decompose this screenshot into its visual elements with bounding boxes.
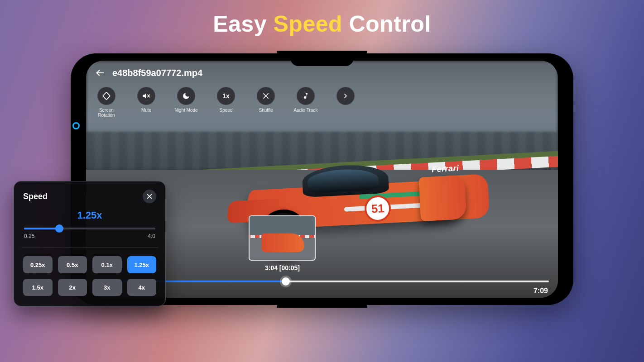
moon-icon [182, 92, 190, 100]
quick-shuffle: Shuffle [253, 87, 279, 118]
night-mode-label: Night Mode [174, 108, 197, 113]
mute-button[interactable] [137, 87, 155, 105]
speed-min: 0.25 [24, 233, 34, 239]
speed-label: Speed [220, 108, 233, 113]
video-filename: e48b8f59a07772.mp4 [112, 68, 202, 78]
back-button[interactable] [94, 67, 106, 79]
seek-preview-thumb [249, 215, 316, 261]
screen-rotation-label: Screen Rotation [93, 108, 120, 118]
progress-total-time: 7:09 [533, 287, 548, 295]
speed-preset-2[interactable]: 0.1x [92, 256, 122, 273]
player-topbar: e48b8f59a07772.mp4 [94, 67, 202, 79]
speed-preset-3[interactable]: 1.25x [127, 256, 157, 273]
speed-preset-grid: 0.25x 0.5x 0.1x 1.25x 1.5x 2x 3x 4x [23, 256, 156, 296]
speed-range-labels: 0.25 4.0 [24, 233, 155, 239]
headline-word-3: Control [349, 11, 431, 37]
quick-mute: Mute [133, 87, 159, 118]
camera-hole-icon [72, 122, 80, 129]
speed-slider-thumb[interactable] [55, 224, 63, 233]
quick-action-row: Screen Rotation Mute Night Mode 1x Speed [93, 87, 359, 118]
speed-slider[interactable] [24, 228, 155, 229]
mute-label: Mute [141, 108, 151, 113]
svg-rect-1 [103, 92, 110, 100]
mini-car [261, 233, 304, 252]
speed-current-value: 1.25x [23, 210, 156, 221]
promo-headline: Easy Speed Control [0, 11, 644, 37]
speed-slider-fill [24, 228, 59, 229]
screen-rotation-button[interactable] [97, 87, 115, 105]
speed-panel: Speed 1.25x 0.25 4.0 0.25x 0.5x 0.1x 1.2… [14, 181, 166, 306]
quick-more [332, 87, 359, 118]
seek-preview-time: 3:04 [00:05] [265, 264, 300, 272]
speed-preset-0[interactable]: 0.25x [23, 256, 53, 273]
arrow-left-icon [95, 68, 105, 78]
divider [21, 248, 158, 248]
rotate-icon [102, 91, 111, 100]
shuffle-label: Shuffle [259, 108, 273, 113]
speed-preset-6[interactable]: 3x [92, 279, 122, 296]
speed-panel-title: Speed [23, 192, 48, 201]
progress-thumb[interactable] [282, 277, 290, 286]
audio-track-button[interactable] [297, 87, 315, 105]
speed-preset-7[interactable]: 4x [127, 279, 157, 296]
chevron-right-icon [342, 92, 349, 100]
quick-speed: 1x Speed [213, 87, 239, 118]
shuffle-button[interactable] [257, 87, 275, 105]
headline-word-2: Speed [273, 11, 342, 37]
music-note-icon [302, 92, 309, 100]
speed-button[interactable]: 1x [217, 87, 235, 105]
phone-notch [290, 56, 354, 66]
close-icon [146, 193, 153, 200]
quick-screen-rotation: Screen Rotation [93, 87, 120, 118]
speed-max: 4.0 [148, 233, 155, 239]
mute-icon [142, 91, 151, 100]
speed-preset-4[interactable]: 1.5x [23, 279, 53, 296]
speed-preset-5[interactable]: 2x [58, 279, 87, 296]
headline-word-1: Easy [213, 11, 267, 37]
shuffle-icon [262, 92, 270, 100]
quick-audio-track: Audio Track [293, 87, 319, 118]
audio-track-label: Audio Track [294, 108, 318, 113]
seek-preview: 3:04 [00:05] [249, 215, 316, 272]
speed-panel-header: Speed [23, 190, 156, 203]
night-mode-button[interactable] [177, 87, 195, 105]
speed-panel-close-button[interactable] [143, 190, 156, 203]
speed-preset-1[interactable]: 0.5x [58, 256, 87, 273]
more-actions-button[interactable] [336, 87, 355, 105]
quick-night-mode: Night Mode [173, 87, 199, 118]
